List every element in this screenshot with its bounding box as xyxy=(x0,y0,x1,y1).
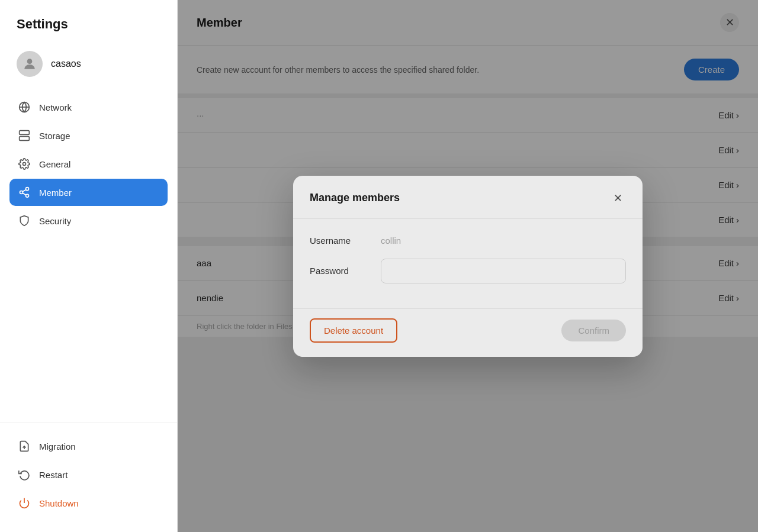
svg-point-10 xyxy=(26,194,29,197)
sidebar-title: Settings xyxy=(0,0,177,44)
username-value: collin xyxy=(381,236,401,246)
modal-header: Manage members ✕ xyxy=(293,176,643,219)
svg-rect-3 xyxy=(20,131,30,135)
sidebar-item-migration-label: Migration xyxy=(39,441,76,452)
svg-point-0 xyxy=(27,59,33,64)
sidebar-item-restart-label: Restart xyxy=(39,470,68,480)
main-content: Member ✕ Create new account for other me… xyxy=(178,0,758,532)
sidebar-item-member-label: Member xyxy=(39,188,72,198)
password-label: Password xyxy=(310,266,381,276)
sidebar-nav: Network Storage General xyxy=(0,89,177,423)
migration-icon xyxy=(18,440,31,453)
gear-icon xyxy=(18,157,31,170)
sidebar-item-member[interactable]: Member xyxy=(9,179,168,206)
username-label: casaos xyxy=(51,59,81,69)
password-row: Password xyxy=(310,259,626,283)
confirm-button[interactable]: Confirm xyxy=(561,320,626,341)
sidebar-item-network-label: Network xyxy=(39,102,72,112)
sidebar-item-general[interactable]: General xyxy=(9,150,168,178)
username-row: Username collin xyxy=(310,236,626,246)
sidebar: Settings casaos Network xyxy=(0,0,178,532)
sidebar-item-network[interactable]: Network xyxy=(9,93,168,121)
modal-close-button[interactable]: ✕ xyxy=(609,190,626,207)
storage-icon xyxy=(18,129,31,142)
modal-footer: Delete account Confirm xyxy=(293,308,643,357)
username-label: Username xyxy=(310,236,381,246)
sidebar-item-shutdown[interactable]: Shutdown xyxy=(9,489,168,517)
sidebar-item-migration[interactable]: Migration xyxy=(9,433,168,460)
svg-point-9 xyxy=(20,191,23,194)
power-icon xyxy=(18,496,31,510)
sidebar-item-storage-label: Storage xyxy=(39,131,70,141)
svg-rect-4 xyxy=(20,137,30,141)
svg-point-8 xyxy=(26,188,29,191)
sidebar-item-restart[interactable]: Restart xyxy=(9,461,168,488)
share-icon xyxy=(18,186,31,199)
svg-line-11 xyxy=(23,193,26,195)
sidebar-item-shutdown-label: Shutdown xyxy=(39,498,79,508)
sidebar-user: casaos xyxy=(0,44,177,89)
manage-members-modal: Manage members ✕ Username collin Passwor… xyxy=(293,176,643,357)
svg-line-12 xyxy=(23,189,26,191)
password-input[interactable] xyxy=(381,259,626,283)
shield-icon xyxy=(18,214,31,227)
sidebar-bottom: Migration Restart Shutdown xyxy=(0,423,177,532)
network-icon xyxy=(18,101,31,114)
sidebar-item-storage[interactable]: Storage xyxy=(9,122,168,149)
sidebar-item-general-label: General xyxy=(39,159,70,169)
modal-body: Username collin Password xyxy=(293,219,643,308)
avatar xyxy=(17,51,43,77)
delete-account-button[interactable]: Delete account xyxy=(310,318,397,343)
modal-overlay: Manage members ✕ Username collin Passwor… xyxy=(178,0,758,532)
modal-title: Manage members xyxy=(310,192,400,204)
sidebar-item-security-label: Security xyxy=(39,216,71,226)
sidebar-item-security[interactable]: Security xyxy=(9,207,168,234)
svg-point-7 xyxy=(23,163,26,166)
restart-icon xyxy=(18,468,31,481)
